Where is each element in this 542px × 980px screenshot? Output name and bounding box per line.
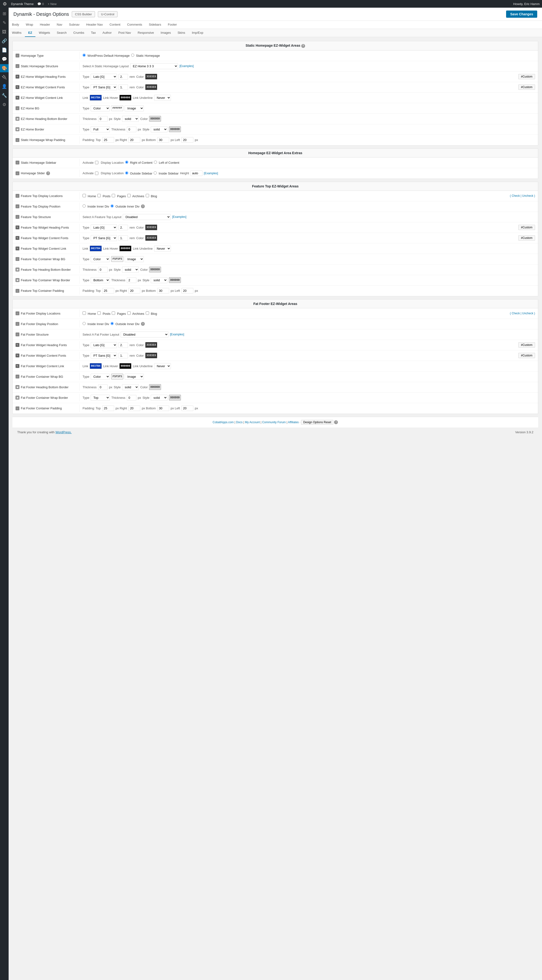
swatch-feature-top-bg-color[interactable]: F5F5F5 — [111, 256, 123, 262]
input-fat-footer-padding-top[interactable] — [102, 406, 114, 411]
input-feature-top-content-font-size[interactable] — [118, 235, 128, 241]
select-feature-top-bg-image[interactable]: Image — [125, 256, 144, 262]
input-feature-top-padding-left[interactable] — [181, 288, 193, 293]
tab-body[interactable]: Body — [9, 21, 22, 29]
tab-images[interactable]: Images — [157, 29, 174, 37]
question-mark-footer[interactable]: ? — [334, 420, 338, 424]
tab-skins[interactable]: Skins — [174, 29, 189, 37]
tab-imp-exp[interactable]: Imp/Exp — [189, 29, 207, 37]
swatch-feature-top-container-border-color[interactable]: DDDDDD — [169, 277, 181, 283]
tab-search[interactable]: Search — [53, 29, 70, 37]
check-all-fat-footer[interactable]: Check — [512, 312, 520, 315]
input-slider-height[interactable] — [191, 170, 202, 176]
css-builder-button[interactable]: CSS Builder — [72, 11, 95, 17]
swatch-ez-home-heading-border-color[interactable]: DDDDDD — [149, 116, 161, 122]
select-ez-home-bg-type[interactable]: Color — [91, 105, 110, 111]
tab-post-nav[interactable]: Post Nav — [115, 29, 135, 37]
select-fat-footer-bg-type[interactable]: Color — [91, 374, 110, 380]
wp-logo[interactable]: W — [2, 2, 7, 6]
radio-static[interactable] — [131, 54, 134, 57]
tab-subnav[interactable]: Subnav — [65, 21, 83, 29]
select-fat-footer-heading-border-style[interactable]: solid — [122, 384, 139, 390]
input-fat-footer-heading-font-size[interactable] — [118, 342, 128, 348]
question-mark-feature-top-position[interactable]: ? — [141, 204, 145, 208]
select-feature-top-bg-type[interactable]: Color — [91, 256, 110, 262]
tab-author[interactable]: Author — [99, 29, 115, 37]
examples-link-feature-top[interactable]: [Examples] — [172, 215, 186, 218]
sidebar-icon-tools[interactable]: 🔧 — [0, 91, 9, 100]
select-ez-home-border-type[interactable]: Full — [91, 126, 110, 132]
tab-widths[interactable]: Widths — [9, 29, 25, 37]
custom-btn-fat-footer-content[interactable]: #Custom — [518, 353, 535, 358]
checkbox-feature-top-pages[interactable] — [112, 194, 115, 197]
tab-content[interactable]: Content — [106, 21, 124, 29]
swatch-ez-home-link[interactable]: 0037B4 — [90, 95, 102, 100]
input-static-padding-right[interactable] — [128, 137, 140, 143]
select-ez-home-heading-font-type[interactable]: Lato [G] — [91, 74, 117, 80]
radio-feature-top-inside[interactable] — [83, 204, 86, 208]
radio-wp-default[interactable] — [83, 54, 86, 57]
custom-btn-feature-top-content[interactable]: #Custom — [518, 235, 535, 240]
input-ez-home-border-thickness[interactable] — [127, 127, 137, 132]
radio-fat-footer-outside[interactable] — [111, 322, 114, 325]
swatch-ez-home-border-color[interactable]: DDDDDD — [169, 126, 181, 132]
uncheck-all-feature-top[interactable]: Uncheck — [522, 194, 533, 197]
radio-sidebar-left[interactable] — [154, 161, 157, 164]
select-fat-footer-bg-image[interactable]: Image — [125, 374, 144, 380]
tab-sidebars[interactable]: Sidebars — [146, 21, 164, 29]
select-fat-footer-content-font-type[interactable]: PT Sans [G] — [91, 353, 117, 359]
select-static-layout[interactable]: EZ Home 3 3 3 — [130, 63, 178, 69]
checkbox-feature-top-home[interactable] — [83, 194, 86, 197]
select-feature-top-container-border-type[interactable]: Bottom — [91, 277, 110, 283]
radio-feature-top-outside[interactable] — [111, 204, 114, 208]
comment-icon[interactable]: 💬 0 — [37, 2, 44, 6]
sidebar-icon-settings[interactable]: ⚙ — [0, 100, 9, 109]
swatch-feature-top-heading-border-color[interactable]: DDDDDD — [149, 267, 161, 272]
select-fat-footer-container-border-type[interactable]: Top — [91, 395, 110, 401]
input-feature-top-padding-bottom[interactable] — [157, 288, 169, 293]
footer-link-affiliates[interactable]: Affiliates — [288, 421, 299, 424]
checkbox-fat-footer-pages[interactable] — [112, 312, 115, 315]
swatch-fat-footer-content-color[interactable]: 333333 — [145, 353, 157, 358]
swatch-ez-home-content-color[interactable]: 333333 — [145, 84, 157, 90]
examples-link-static[interactable]: [Examples] — [180, 64, 194, 68]
tab-header[interactable]: Header — [37, 21, 53, 29]
swatch-fat-footer-heading-border-color[interactable]: DDDDDD — [149, 384, 161, 390]
new-post-btn[interactable]: + New — [48, 2, 56, 6]
tab-header-nav[interactable]: Header Nav — [83, 21, 106, 29]
checkbox-feature-top-archives[interactable] — [127, 194, 131, 197]
select-ez-home-border-style[interactable]: solid — [151, 126, 167, 132]
input-feature-top-padding-right[interactable] — [128, 288, 140, 293]
tab-footer[interactable]: Footer — [164, 21, 180, 29]
select-ez-home-content-font-type[interactable]: PT Sans [G] — [91, 84, 117, 90]
sidebar-icon-appearance[interactable]: 🎨 — [0, 64, 9, 72]
check-all-feature-top[interactable]: Check — [512, 194, 520, 197]
select-fat-footer-container-border-style[interactable]: solid — [151, 395, 167, 401]
design-options-reset-button[interactable]: Design Options Reset — [301, 420, 333, 425]
input-feature-top-padding-top[interactable] — [102, 288, 114, 293]
radio-static-label[interactable]: Static Homepage — [131, 54, 160, 57]
tab-ez[interactable]: EZ — [25, 29, 36, 37]
site-name[interactable]: Dynamik Theme — [11, 2, 33, 6]
examples-link-fat-footer[interactable]: [Examples] — [170, 333, 184, 336]
swatch-ez-home-bg-color[interactable]: FFFFFF — [111, 105, 123, 111]
sidebar-icon-pages[interactable]: 📄 — [0, 46, 9, 54]
select-fat-footer-heading-font-type[interactable]: Lato [G] — [91, 342, 117, 348]
tab-widgets[interactable]: Widgets — [35, 29, 53, 37]
tab-nav[interactable]: Nav — [53, 21, 65, 29]
sidebar-icon-users[interactable]: 👤 — [0, 82, 9, 91]
checkbox-fat-footer-home[interactable] — [83, 312, 86, 315]
sidebar-icon-plugins[interactable]: 🔌 — [0, 73, 9, 81]
select-fat-footer-layout[interactable]: Disabled — [121, 331, 168, 337]
select-ez-home-link-underline[interactable]: Never — [154, 95, 171, 101]
radio-sidebar-right[interactable] — [125, 161, 128, 164]
input-static-padding-bottom[interactable] — [157, 137, 169, 143]
input-ez-home-content-font-size[interactable] — [118, 84, 128, 90]
select-ez-home-bg-image[interactable]: Image — [125, 105, 144, 111]
custom-btn-ez-home-content[interactable]: #Custom — [518, 84, 535, 90]
swatch-fat-footer-container-border-color[interactable]: DDDDDD — [169, 395, 181, 401]
radio-slider-inside[interactable] — [154, 172, 157, 175]
swatch-feature-top-content-color[interactable]: 333333 — [145, 235, 157, 241]
checkbox-homepage-slider[interactable] — [95, 172, 99, 175]
swatch-fat-footer-link[interactable]: 0037B4 — [90, 363, 102, 369]
